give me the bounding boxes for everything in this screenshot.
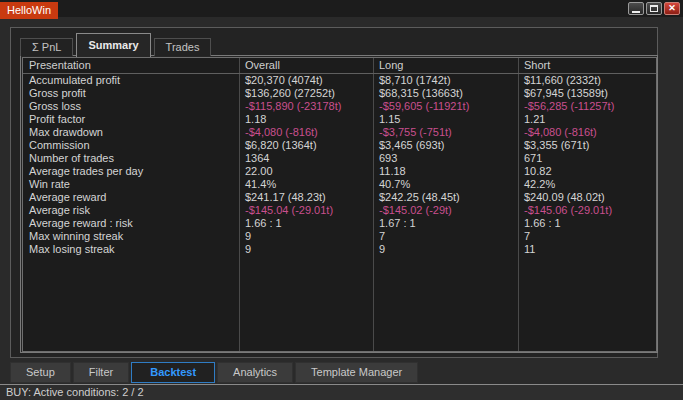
- row-value-long: 7: [373, 230, 518, 243]
- row-value-long: 1.15: [373, 113, 518, 126]
- row-value-overall: -$145.04 (-29.01t): [239, 204, 373, 217]
- window-title: HelloWin: [0, 2, 58, 19]
- row-value-overall: $6,820 (1364t): [239, 139, 373, 152]
- row-value-long: $68,315 (13663t): [373, 87, 518, 100]
- minimize-button[interactable]: [628, 2, 644, 15]
- row-label: Number of trades: [23, 152, 239, 165]
- row-value-long: 9: [373, 243, 518, 256]
- maximize-button[interactable]: [646, 2, 662, 15]
- tab-filter[interactable]: Filter: [73, 362, 129, 383]
- row-value-overall: 1364: [239, 152, 373, 165]
- tab-analytics[interactable]: Analytics: [217, 362, 293, 383]
- row-value-overall: $241.17 (48.23t): [239, 191, 373, 204]
- row-value-long: -$3,755 (-751t): [373, 126, 518, 139]
- row-label: Win rate: [23, 178, 239, 191]
- table-row[interactable]: Accumulated profit$20,370 (4074t)$8,710 …: [23, 74, 656, 87]
- row-value-short: $11,660 (2332t): [518, 74, 656, 87]
- row-value-short: 10.82: [518, 165, 656, 178]
- table-row[interactable]: Average reward : risk1.66 : 11.67 : 11.6…: [23, 217, 656, 230]
- row-value-short: -$4,080 (-816t): [518, 126, 656, 139]
- tab-trades[interactable]: Trades: [154, 38, 212, 56]
- row-value-long: 1.67 : 1: [373, 217, 518, 230]
- row-value-long: $242.25 (48.45t): [373, 191, 518, 204]
- backtest-groupbox: Σ PnL Summary Trades Presentation Overal…: [10, 27, 658, 358]
- row-label: Max winning streak: [23, 230, 239, 243]
- column-header-short[interactable]: Short: [518, 58, 656, 73]
- row-value-short: 7: [518, 230, 656, 243]
- table-row[interactable]: Average reward$241.17 (48.23t)$242.25 (4…: [23, 191, 656, 204]
- titlebar: HelloWin ✕: [0, 0, 683, 17]
- tab-pnl[interactable]: Σ PnL: [20, 38, 73, 56]
- row-value-overall: 9: [239, 230, 373, 243]
- row-value-long: $8,710 (1742t): [373, 74, 518, 87]
- row-value-overall: 22.00: [239, 165, 373, 178]
- top-tab-bar: Σ PnL Summary Trades: [20, 32, 214, 56]
- row-value-overall: 41.4%: [239, 178, 373, 191]
- row-value-overall: 1.18: [239, 113, 373, 126]
- row-value-short: $3,355 (671t): [518, 139, 656, 152]
- column-header-long[interactable]: Long: [373, 58, 518, 73]
- table-row[interactable]: Max losing streak9911: [23, 243, 656, 256]
- minimize-icon: [632, 11, 640, 13]
- tab-setup[interactable]: Setup: [10, 362, 71, 383]
- tab-template-manager[interactable]: Template Manager: [295, 362, 418, 383]
- row-label: Gross profit: [23, 87, 239, 100]
- row-label: Average reward: [23, 191, 239, 204]
- column-header-overall[interactable]: Overall: [239, 58, 373, 73]
- column-header-presentation[interactable]: Presentation: [23, 58, 239, 73]
- row-label: Max losing streak: [23, 243, 239, 256]
- status-text: BUY: Active conditions: 2 / 2: [6, 386, 144, 398]
- window-controls: ✕: [628, 2, 680, 15]
- summary-tab-panel: Presentation Overall Long Short Accumula…: [20, 55, 658, 353]
- close-button[interactable]: ✕: [664, 2, 680, 15]
- row-value-long: -$59,605 (-11921t): [373, 100, 518, 113]
- row-value-long: $3,465 (693t): [373, 139, 518, 152]
- table-row[interactable]: Number of trades1364693671: [23, 152, 656, 165]
- row-value-long: -$145.02 (-29t): [373, 204, 518, 217]
- row-value-short: -$56,285 (-11257t): [518, 100, 656, 113]
- summary-table: Presentation Overall Long Short Accumula…: [22, 57, 657, 352]
- row-value-short: 1.21: [518, 113, 656, 126]
- table-row[interactable]: Profit factor1.181.151.21: [23, 113, 656, 126]
- table-row[interactable]: Average trades per day22.0011.1810.82: [23, 165, 656, 178]
- row-label: Gross loss: [23, 100, 239, 113]
- table-row[interactable]: Average risk-$145.04 (-29.01t)-$145.02 (…: [23, 204, 656, 217]
- row-label: Commission: [23, 139, 239, 152]
- table-row[interactable]: Max drawdown-$4,080 (-816t)-$3,755 (-751…: [23, 126, 656, 139]
- row-label: Profit factor: [23, 113, 239, 126]
- table-header: Presentation Overall Long Short: [23, 58, 656, 74]
- row-label: Average risk: [23, 204, 239, 217]
- row-value-short: 1.66 : 1: [518, 217, 656, 230]
- table-row[interactable]: Gross loss-$115,890 (-23178t)-$59,605 (-…: [23, 100, 656, 113]
- row-value-long: 693: [373, 152, 518, 165]
- row-value-overall: $20,370 (4074t): [239, 74, 373, 87]
- row-value-short: -$145.06 (-29.01t): [518, 204, 656, 217]
- row-value-short: $240.09 (48.02t): [518, 191, 656, 204]
- tab-backtest[interactable]: Backtest: [131, 362, 215, 383]
- bottom-tab-bar: Setup Filter Backtest Analytics Template…: [0, 361, 683, 384]
- row-label: Average reward : risk: [23, 217, 239, 230]
- app-window: HelloWin ✕ Σ PnL Summary Trades: [0, 0, 683, 400]
- row-value-overall: 9: [239, 243, 373, 256]
- maximize-icon: [650, 5, 658, 12]
- row-value-short: $67,945 (13589t): [518, 87, 656, 100]
- row-label: Max drawdown: [23, 126, 239, 139]
- table-row[interactable]: Gross profit$136,260 (27252t)$68,315 (13…: [23, 87, 656, 100]
- table-body: Accumulated profit$20,370 (4074t)$8,710 …: [23, 74, 656, 256]
- row-value-long: 11.18: [373, 165, 518, 178]
- table-row[interactable]: Commission$6,820 (1364t)$3,465 (693t)$3,…: [23, 139, 656, 152]
- status-bar: BUY: Active conditions: 2 / 2: [0, 384, 683, 400]
- row-value-overall: 1.66 : 1: [239, 217, 373, 230]
- row-label: Average trades per day: [23, 165, 239, 178]
- table-row[interactable]: Max winning streak977: [23, 230, 656, 243]
- row-value-short: 671: [518, 152, 656, 165]
- table-row[interactable]: Win rate41.4%40.7%42.2%: [23, 178, 656, 191]
- row-label: Accumulated profit: [23, 74, 239, 87]
- row-value-overall: -$4,080 (-816t): [239, 126, 373, 139]
- close-icon: ✕: [668, 4, 676, 13]
- row-value-short: 11: [518, 243, 656, 256]
- row-value-long: 40.7%: [373, 178, 518, 191]
- row-value-overall: $136,260 (27252t): [239, 87, 373, 100]
- tab-summary[interactable]: Summary: [76, 33, 150, 57]
- row-value-short: 42.2%: [518, 178, 656, 191]
